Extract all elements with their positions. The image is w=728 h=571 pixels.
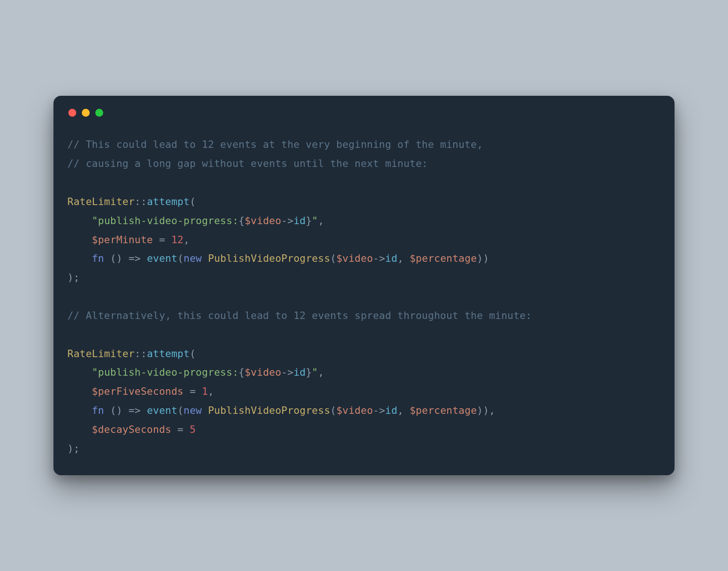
code-punct: ( [178, 405, 184, 416]
code-indent [67, 385, 92, 397]
code-op: -> [281, 215, 293, 226]
code-comment: // Alternatively, this could lead to 12 … [67, 310, 532, 321]
code-punct: ( [190, 196, 196, 207]
code-variable: $video [336, 405, 373, 416]
code-punct: ) [477, 405, 483, 416]
code-indent [67, 366, 92, 378]
code-string: " [312, 366, 318, 378]
code-variable: $video [245, 366, 281, 378]
code-variable: $perMinute [92, 234, 153, 246]
code-class: PublishVideoProgress [208, 405, 330, 416]
code-punct: ) [477, 252, 483, 264]
code-variable: $video [245, 215, 281, 226]
code-indent [67, 252, 92, 264]
code-punct: ( [330, 252, 336, 264]
code-string: " [92, 366, 98, 378]
code-punct: , [184, 234, 190, 246]
code-window: // This could lead to 12 events at the v… [53, 96, 675, 475]
code-keyword: new [184, 405, 202, 416]
code-punct: } [306, 215, 312, 226]
code-block: // This could lead to 12 events at the v… [67, 135, 661, 458]
code-number: 1 [202, 385, 208, 397]
code-space [104, 252, 110, 264]
traffic-lights [68, 109, 661, 117]
code-op: :: [135, 348, 147, 359]
code-punct: , [397, 252, 410, 264]
minimize-icon[interactable] [82, 109, 90, 117]
code-op: = [184, 385, 202, 397]
code-keyword: new [184, 252, 202, 264]
code-variable: $percentage [410, 252, 477, 264]
code-method: event [147, 252, 178, 264]
code-variable: $video [336, 252, 373, 264]
code-class: PublishVideoProgress [208, 252, 330, 264]
code-op: -> [373, 252, 385, 264]
code-punct: ( [190, 348, 196, 359]
code-method: attempt [147, 348, 190, 359]
code-punct: { [238, 366, 245, 378]
code-punct: ) [483, 252, 489, 264]
code-space [104, 405, 110, 416]
code-punct: , [397, 405, 410, 416]
code-string: publish-video-progress: [98, 366, 238, 378]
code-punct: ( [330, 405, 336, 416]
code-indent [67, 405, 92, 416]
code-op: = [153, 234, 171, 246]
code-comment: // This could lead to 12 events at the v… [67, 139, 483, 150]
code-op: => [122, 405, 147, 416]
code-number: 12 [171, 234, 183, 246]
code-indent [67, 215, 92, 226]
code-punct: () [110, 405, 122, 416]
code-property: id [293, 215, 305, 226]
code-indent [67, 234, 92, 246]
code-punct: , [318, 215, 324, 226]
close-icon[interactable] [68, 109, 76, 117]
code-op: :: [135, 196, 147, 207]
code-op: = [171, 424, 189, 435]
code-punct: { [238, 215, 245, 226]
code-variable: $decaySeconds [92, 424, 172, 435]
code-punct: ); [67, 443, 79, 454]
code-indent [67, 424, 92, 435]
maximize-icon[interactable] [95, 109, 103, 117]
code-op: -> [373, 405, 385, 416]
code-property: id [293, 366, 305, 378]
code-op: -> [281, 366, 293, 378]
code-punct: ); [67, 272, 79, 283]
code-class: RateLimiter [67, 348, 135, 359]
code-property: id [385, 405, 397, 416]
code-number: 5 [190, 424, 196, 435]
code-variable: $percentage [410, 405, 477, 416]
code-space [202, 252, 208, 264]
code-variable: $perFiveSeconds [92, 385, 184, 397]
code-string: " [92, 215, 98, 226]
code-method: event [147, 405, 178, 416]
code-comment: // causing a long gap without events unt… [67, 158, 428, 169]
code-string: " [312, 215, 318, 226]
code-class: RateLimiter [67, 196, 135, 207]
code-keyword: fn [92, 252, 104, 264]
code-punct: , [208, 385, 214, 397]
code-property: id [385, 252, 397, 264]
code-punct: , [318, 366, 324, 378]
code-punct: ( [178, 252, 184, 264]
code-punct: } [306, 366, 312, 378]
code-string: publish-video-progress: [98, 215, 238, 226]
code-punct: ) [483, 405, 489, 416]
code-punct: , [489, 405, 495, 416]
code-punct: () [110, 252, 122, 264]
code-space [202, 405, 208, 416]
code-method: attempt [147, 196, 190, 207]
code-op: => [122, 252, 147, 264]
code-keyword: fn [92, 405, 104, 416]
